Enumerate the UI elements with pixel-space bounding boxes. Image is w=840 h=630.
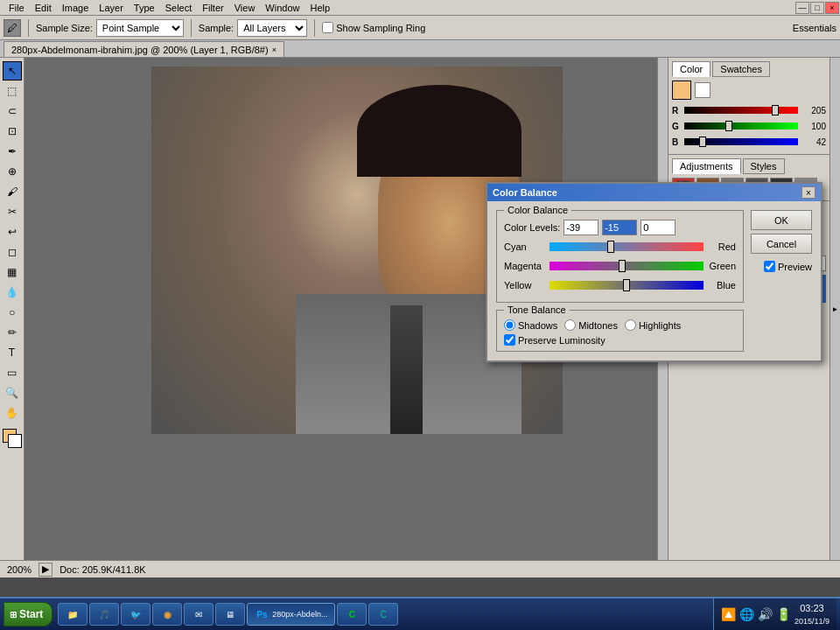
color-level-1-input[interactable]	[564, 220, 598, 235]
selection-tool[interactable]: ⬚	[3, 81, 22, 101]
taskbar-btn-remote[interactable]: 🖥	[215, 603, 245, 626]
maximize-button[interactable]: □	[810, 2, 824, 14]
taskbar-btn-explorer[interactable]: 📁	[58, 603, 88, 626]
blue-slider-thumb[interactable]	[699, 136, 706, 147]
taskbar-btn-media[interactable]: 🎵	[89, 603, 119, 626]
preserve-label: Preserve Luminosity	[518, 335, 606, 346]
healing-tool[interactable]: ⊕	[3, 162, 22, 181]
close-button[interactable]: ×	[825, 2, 839, 14]
menu-view[interactable]: View	[229, 0, 261, 15]
pen-tool[interactable]: ✏	[3, 323, 22, 342]
taskbar-btn-bird[interactable]: 🐦	[121, 603, 150, 626]
brush-tool[interactable]: 🖌	[3, 182, 22, 201]
highlights-option[interactable]: Highlights	[625, 319, 681, 331]
tray-icon-1[interactable]: 🔼	[721, 607, 736, 621]
history-tool[interactable]: ↩	[3, 222, 22, 242]
preview-checkbox[interactable]	[764, 261, 775, 272]
highlights-radio[interactable]	[625, 319, 636, 331]
foreground-swatch[interactable]	[672, 80, 691, 100]
explorer-icon: 📁	[66, 607, 80, 621]
menu-select[interactable]: Select	[160, 0, 198, 15]
dialog-close-button[interactable]: ×	[802, 186, 816, 199]
taskbar-btn-mail[interactable]: ✉	[184, 603, 214, 626]
gradient-tool[interactable]: ▦	[3, 262, 22, 282]
show-sampling-checkbox[interactable]	[322, 22, 333, 33]
crop-tool[interactable]: ⊡	[3, 122, 22, 141]
move-tool[interactable]: ↖	[3, 61, 22, 80]
start-button[interactable]: ⊞ Start	[4, 602, 52, 626]
shape-tool[interactable]: ▭	[3, 363, 22, 382]
color-level-2-input[interactable]	[602, 220, 637, 235]
tray-icon-network[interactable]: 🌐	[739, 607, 754, 621]
shadows-option[interactable]: Shadows	[504, 319, 557, 331]
cyan-red-slider[interactable]	[550, 242, 704, 251]
preview-row: Preview	[764, 261, 812, 272]
shadows-label: Shadows	[518, 320, 557, 331]
window-controls: — □ ×	[795, 0, 840, 16]
eyedropper-tool[interactable]: ✒	[3, 142, 22, 161]
blue-slider[interactable]	[684, 138, 798, 145]
lasso-tool[interactable]: ⊂	[3, 102, 22, 121]
hand-tool[interactable]: ✋	[3, 403, 22, 423]
panel-collapse-right[interactable]: ►	[830, 58, 840, 560]
preserve-checkbox[interactable]	[504, 334, 515, 346]
midtones-radio[interactable]	[564, 319, 576, 331]
menu-type[interactable]: Type	[129, 0, 160, 15]
foreground-color[interactable]	[3, 429, 22, 448]
tab-adjustments[interactable]: Adjustments	[672, 158, 741, 174]
sample-select[interactable]: All Layers Current Layer	[237, 19, 307, 37]
tab-styles[interactable]: Styles	[743, 158, 785, 174]
ok-button[interactable]: OK	[751, 210, 812, 230]
doc-info: Doc: 205.9K/411.8K	[60, 564, 145, 575]
red-slider-thumb[interactable]	[772, 105, 779, 116]
background-swatch[interactable]	[695, 82, 710, 98]
text-tool[interactable]: T	[3, 343, 22, 362]
menu-help[interactable]: Help	[304, 0, 335, 15]
green-slider[interactable]	[684, 122, 798, 130]
dialog-titlebar[interactable]: Color Balance ×	[487, 184, 821, 201]
taskbar-btn-agent[interactable]: C	[337, 603, 367, 626]
tray-icon-volume[interactable]: 🔊	[758, 607, 773, 621]
zoom-tool[interactable]: 🔍	[3, 383, 22, 402]
document-tab[interactable]: 280px-Abdelmonam-ibrahim.jpg @ 200% (Lay…	[4, 41, 284, 57]
minimize-button[interactable]: —	[795, 2, 809, 14]
shadows-radio[interactable]	[504, 319, 515, 331]
cancel-button[interactable]: Cancel	[751, 234, 812, 254]
magenta-green-thumb[interactable]	[619, 260, 626, 272]
blur-tool[interactable]: 💧	[3, 283, 22, 302]
taskbar-btn-chrome[interactable]: ◉	[152, 603, 182, 626]
yellow-blue-slider[interactable]	[550, 281, 704, 290]
eraser-tool[interactable]: ◻	[3, 242, 22, 262]
tone-section-label: Tone Balance	[504, 304, 570, 315]
tab-color[interactable]: Color	[672, 61, 710, 77]
menu-filter[interactable]: Filter	[197, 0, 228, 15]
taskbar-btn-app[interactable]: C	[368, 603, 398, 626]
yellow-blue-thumb[interactable]	[623, 279, 630, 291]
midtones-option[interactable]: Midtones	[564, 319, 618, 331]
sample-label: Sample:	[199, 23, 234, 33]
menu-file[interactable]: File	[4, 0, 30, 15]
taskbar-btn-ps[interactable]: Ps 280px-Abdeln...	[247, 603, 335, 626]
menu-window[interactable]: Window	[260, 0, 304, 15]
menu-layer[interactable]: Layer	[94, 0, 129, 15]
color-level-3-input[interactable]	[640, 220, 676, 235]
tab-swatches[interactable]: Swatches	[712, 61, 770, 77]
menu-edit[interactable]: Edit	[30, 0, 57, 15]
tray-icon-battery[interactable]: 🔋	[776, 607, 791, 621]
b-label: B	[672, 137, 681, 147]
sample-size-select[interactable]: Point Sample 3 by 3 Average 5 by 5 Avera…	[96, 19, 184, 37]
magenta-green-slider[interactable]	[550, 262, 704, 270]
clone-tool[interactable]: ✂	[3, 202, 22, 221]
red-slider[interactable]	[684, 107, 798, 114]
system-clock: 03:232015/11/9	[794, 602, 830, 627]
dodge-tool[interactable]: ○	[3, 303, 22, 322]
ps-task-label: 280px-Abdeln...	[272, 610, 327, 619]
menu-image[interactable]: Image	[57, 0, 94, 15]
green-slider-thumb[interactable]	[725, 121, 732, 131]
color-panel: Color Swatches R 205	[668, 58, 830, 155]
cyan-red-thumb[interactable]	[607, 241, 614, 253]
status-icon[interactable]: ▶	[38, 563, 52, 577]
sample-size-label: Sample Size:	[36, 23, 93, 33]
active-tool-icon: 🖊	[4, 19, 21, 37]
tab-close-button[interactable]: ×	[272, 46, 276, 54]
